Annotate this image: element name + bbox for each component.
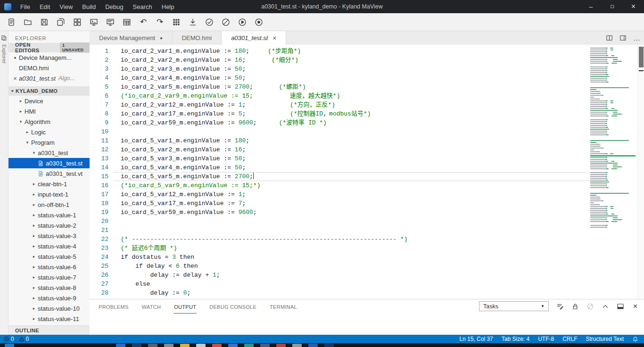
taskbar-app-icon[interactable]	[228, 344, 238, 347]
open-editor-item-a0301-test-st[interactable]: ×a0301_test.stAlgo...	[8, 73, 90, 83]
layout-button[interactable]	[619, 34, 627, 41]
collapse-button[interactable]	[601, 302, 609, 310]
more-actions-button[interactable]: …	[633, 36, 640, 41]
code-line[interactable]: 28 delay := 0;	[90, 289, 590, 297]
code-line[interactable]: 15io_card_5_var5_m.enginValue := 2700;	[90, 172, 590, 181]
taskbar-app-icon[interactable]	[244, 344, 254, 347]
outline-header[interactable]: OUTLINE	[8, 325, 90, 335]
status-eol[interactable]: CRLF	[562, 336, 577, 342]
taskbar-app-icon[interactable]	[276, 344, 286, 347]
run-circle-button[interactable]	[238, 18, 247, 26]
taskbar[interactable]	[0, 343, 644, 347]
code-line[interactable]: 26 delay := delay + 1;	[90, 271, 590, 280]
tree-item-status-value-9[interactable]: ▸status-value-9	[8, 293, 90, 303]
tree-item-a0301-test-vt[interactable]: a0301_test.vt	[8, 168, 90, 179]
tree-item-logic[interactable]: ▸Logic	[8, 127, 90, 137]
code-line[interactable]: 27 else	[90, 280, 590, 289]
code-line[interactable]: 3io_card_2_var3_m.enginValue := 50;	[90, 65, 590, 74]
editor-scrollbar[interactable]	[637, 45, 644, 299]
taskbar-app-icon[interactable]	[324, 344, 334, 347]
code-line[interactable]: 7io_card_2_var12_m.enginValue := 1; (*方向…	[90, 100, 590, 109]
toggle-panel-button[interactable]	[616, 302, 624, 310]
save-all-button[interactable]	[57, 18, 65, 26]
new-project-button[interactable]	[7, 18, 16, 26]
maximize-button[interactable]	[602, 0, 623, 13]
open-editor-item-demo-hmi[interactable]: DEMO.hmi	[8, 63, 90, 73]
taskbar-app-icon[interactable]	[212, 344, 222, 347]
save-button[interactable]	[40, 18, 49, 26]
code-line[interactable]: 6(*io_card_2_var9_m.enginValue := 15; 速度…	[90, 91, 590, 100]
code-line[interactable]: 10	[90, 127, 590, 136]
taskbar-app-icon[interactable]	[308, 344, 318, 347]
taskbar-app-icon[interactable]	[292, 344, 302, 347]
open-editors-header[interactable]: OPEN EDITORS 1 UNSAVED	[8, 43, 90, 52]
tree-item-input-text-1[interactable]: ▸input-text-1	[8, 189, 90, 199]
code-line[interactable]: 4io_card_2_var4_m.enginValue := 50;	[90, 74, 590, 83]
code-line[interactable]: 13io_card_5_var3_m.enginValue := 50;	[90, 154, 590, 163]
taskbar-app-icon[interactable]	[180, 344, 190, 347]
errors-group[interactable]: 0	[4, 336, 14, 342]
code-line[interactable]: 12io_card_5_var2_m.enginValue := 16;	[90, 145, 590, 154]
code-line[interactable]: 11io_card_5_var1_m.enginValue := 180;	[90, 136, 590, 145]
minimize-button[interactable]: –	[580, 0, 602, 13]
warnings-group[interactable]: 0	[19, 336, 29, 342]
open-log-button[interactable]	[556, 302, 564, 310]
tree-item-a0301-test[interactable]: ▾a0301_test	[8, 148, 90, 158]
panel-tab-terminal[interactable]: TERMINAL	[269, 299, 297, 314]
code-line[interactable]: 22(* -----------------------------------…	[90, 235, 590, 244]
code-line[interactable]: 14io_card_5_var4_m.enginValue := 50;	[90, 163, 590, 172]
code-line[interactable]: 25 if delay < 6 then	[90, 262, 590, 271]
tree-item-status-value-6[interactable]: ▸status-value-6	[8, 262, 90, 272]
editor-tab-device-management[interactable]: Device Management●	[90, 31, 173, 45]
code-line[interactable]: 16(*io_card_5_var9_m.enginValue := 15;*)	[90, 181, 590, 190]
lock-button[interactable]	[571, 302, 579, 310]
status-tab-size[interactable]: Tab Size: 4	[502, 336, 529, 342]
tree-item-algorithm[interactable]: ▾Algorithm	[8, 116, 90, 127]
download-button[interactable]	[189, 18, 197, 26]
status-language-mode[interactable]: Structured Text	[586, 336, 624, 342]
tree-item-status-value-7[interactable]: ▸status-value-7	[8, 272, 90, 282]
menu-view[interactable]: View	[55, 0, 77, 13]
tree-item-status-value-3[interactable]: ▸status-value-3	[8, 231, 90, 241]
problems-summary[interactable]: 0 0	[0, 336, 29, 342]
code-editor[interactable]: 1io_card_2_var1_m.enginValue := 180; (*步…	[90, 45, 590, 299]
taskbar-app-icon[interactable]	[116, 344, 125, 347]
split-editor-button[interactable]	[606, 34, 613, 41]
close-icon[interactable]: ×	[272, 34, 276, 42]
tree-item-status-value-4[interactable]: ▸status-value-4	[8, 241, 90, 251]
taskbar-app-icon[interactable]	[132, 344, 141, 347]
editor-tab-demo-hmi[interactable]: DEMO.hmi	[173, 31, 222, 45]
code-line[interactable]: 8io_card_2_var17_m.enginValue := 5; (*控制…	[90, 109, 590, 118]
menu-edit[interactable]: Edit	[35, 0, 55, 13]
activity-bar[interactable]: Explorer	[0, 31, 8, 335]
panel-tab-problems[interactable]: PROBLEMS	[98, 299, 129, 314]
scrollbar-thumb[interactable]	[639, 47, 644, 67]
menu-build[interactable]: Build	[77, 0, 100, 13]
close-button[interactable]: ×	[623, 0, 644, 13]
code-line[interactable]: 2io_card_2_var2_m.enginValue := 16; (*细分…	[90, 56, 590, 65]
tree-item-status-value-10[interactable]: ▸status-value-10	[8, 303, 90, 314]
tasks-dropdown[interactable]: Tasks ▼	[479, 301, 549, 311]
tree-item-status-value-11[interactable]: ▸status-value-11	[8, 314, 90, 324]
close-panel-button[interactable]: ×	[631, 302, 639, 310]
taskbar-app-icon[interactable]	[260, 344, 270, 347]
tree-item-hmi[interactable]: ▸HMI	[8, 106, 90, 116]
editor-tab-a0301-test-st[interactable]: a0301_test.st×	[222, 31, 286, 45]
taskbar-app-icon[interactable]	[148, 344, 157, 347]
taskbar-app-icon[interactable]	[5, 344, 14, 347]
code-line[interactable]: 20	[90, 217, 590, 226]
tree-item-status-value-5[interactable]: ▸status-value-5	[8, 251, 90, 262]
code-line[interactable]: 24if dostatus = 3 then	[90, 253, 590, 262]
code-line[interactable]: 9io_card_2_var59_m.enginValue := 9600; (…	[90, 118, 590, 127]
status-encoding[interactable]: UTF-8	[538, 336, 554, 342]
notifications-button[interactable]	[632, 336, 638, 342]
code-line[interactable]: 19io_card_5_var59_m.enginValue := 9600;	[90, 208, 590, 217]
tree-item-status-value-8[interactable]: ▸status-value-8	[8, 282, 90, 293]
taskbar-app-icon[interactable]	[196, 344, 206, 347]
menu-search[interactable]: Search	[128, 0, 157, 13]
code-line[interactable]: 21	[90, 226, 590, 235]
hmi-monitor-button[interactable]	[106, 18, 115, 26]
project-header[interactable]: ▾ KYLAND_DEMO	[8, 86, 90, 96]
close-icon[interactable]: ×	[11, 75, 19, 82]
panel-tab-output[interactable]: OUTPUT	[173, 299, 197, 314]
